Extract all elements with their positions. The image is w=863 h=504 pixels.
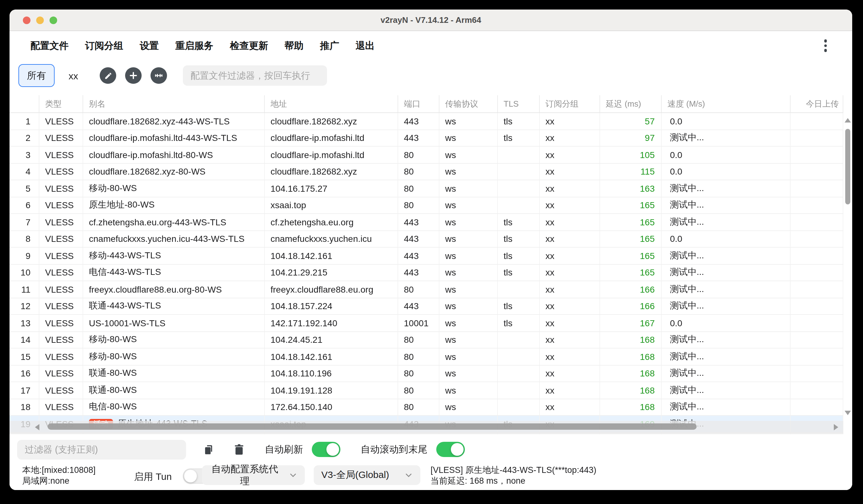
auto-refresh-toggle[interactable] — [312, 442, 340, 457]
delete-button[interactable] — [234, 443, 245, 455]
table-row[interactable]: 1VLESScloudflare.182682.xyz-443-WS-TLScl… — [10, 113, 843, 130]
cell-type: VLESS — [39, 365, 83, 381]
table-row[interactable]: 10VLESS电信-443-WS-TLS104.21.29.215443wstl… — [10, 264, 843, 281]
kebab-menu-icon[interactable] — [818, 38, 833, 53]
zoom-window-button[interactable] — [50, 16, 57, 24]
cell-num: 10 — [10, 264, 39, 280]
cell-type: VLESS — [39, 180, 83, 197]
routing-dropdown[interactable]: V3-全局(Global) — [314, 465, 421, 485]
scroll-up-icon[interactable] — [845, 118, 851, 123]
edit-group-button[interactable] — [100, 67, 116, 84]
cell-port: 443 — [398, 214, 439, 230]
column-header-rownum[interactable] — [10, 95, 39, 112]
scroll-left-icon[interactable] — [35, 424, 39, 430]
table-row[interactable]: 14VLESS移动-80-WS104.24.45.2180wsxx168测试中.… — [10, 332, 843, 349]
scroll-down-icon[interactable] — [845, 411, 851, 415]
column-header-7[interactable]: 订阅分组 — [540, 95, 600, 112]
tab-group-xx[interactable]: xx — [68, 70, 78, 81]
cell-port: 443 — [398, 113, 439, 129]
menu-item-3[interactable]: 设置 — [140, 40, 159, 52]
copy-button[interactable] — [203, 443, 215, 455]
cell-tls — [498, 332, 540, 348]
column-header-2[interactable]: 别名 — [83, 95, 265, 112]
cell-net: ws — [439, 349, 498, 365]
menu-item-7[interactable]: 推广 — [320, 40, 339, 52]
cell-alias: 移动-443-WS-TLS — [83, 248, 265, 264]
column-header-8[interactable]: 延迟 (ms) — [600, 95, 662, 112]
vertical-scrollbar-thumb[interactable] — [845, 129, 850, 204]
cell-alias: 联通-80-WS — [83, 382, 265, 398]
cell-tls: tls — [498, 298, 540, 314]
cell-speed: 测试中... — [662, 298, 791, 314]
menu-item-8[interactable]: 退出 — [355, 40, 375, 52]
column-header-4[interactable]: 端口 — [398, 95, 439, 112]
table-row[interactable]: 13VLESSUS-10001-WS-TLS142.171.192.140100… — [10, 315, 843, 332]
menu-bar: 配置文件订阅分组设置重启服务检查更新帮助推广退出 — [10, 31, 852, 60]
column-header-9[interactable]: 速度 (M/s) — [662, 95, 791, 112]
table-row[interactable]: 12VLESS联通-443-WS-TLS104.18.157.224443wst… — [10, 298, 843, 315]
tab-all[interactable]: 所有 — [18, 64, 54, 87]
cell-net: ws — [439, 214, 498, 230]
cell-delay: 165 — [600, 214, 662, 230]
horizontal-scrollbar-thumb[interactable] — [48, 424, 697, 430]
table-row[interactable]: 3VLESScloudflare-ip.mofashi.ltd-80-WSclo… — [10, 147, 843, 163]
active-node-info: [VLESS] 原生地址-443-WS-TLS(***top:443) 当前延迟… — [430, 465, 596, 486]
table-row[interactable]: 8VLESScnamefuckxxs.yuchen.icu-443-WS-TLS… — [10, 231, 843, 248]
cell-port: 443 — [398, 130, 439, 146]
table-row[interactable]: 16VLESS联通-80-WS104.18.110.19680wsxx168测试… — [10, 365, 843, 382]
column-header-5[interactable]: 传输协议 — [439, 95, 498, 112]
cell-num: 8 — [10, 231, 39, 247]
current-delay-text: 当前延迟: 168 ms，none — [430, 476, 596, 486]
column-header-10[interactable]: 今日上传 — [791, 95, 843, 112]
cell-tls: tls — [498, 231, 540, 247]
cell-speed: 0.0 — [662, 113, 791, 129]
chevron-down-icon — [404, 471, 413, 479]
cell-addr: 104.21.29.215 — [265, 264, 398, 280]
cell-net: ws — [439, 231, 498, 247]
column-header-3[interactable]: 地址 — [265, 95, 398, 112]
cell-delay: 167 — [600, 315, 662, 331]
system-proxy-value: 自动配置系统代理 — [210, 463, 280, 487]
menu-item-1[interactable]: 配置文件 — [30, 40, 68, 52]
column-header-6[interactable]: TLS — [498, 95, 540, 112]
table-row[interactable]: 5VLESS移动-80-WS104.16.175.2780wsxx163测试中.… — [10, 180, 843, 197]
cell-addr: cloudflare-ip.mofashi.ltd — [265, 147, 398, 163]
cell-num: 2 — [10, 130, 39, 146]
close-window-button[interactable] — [23, 16, 30, 24]
horizontal-scrollbar[interactable] — [10, 421, 843, 434]
vertical-scrollbar[interactable] — [843, 95, 852, 434]
table-row[interactable]: 4VLESScloudflare.182682.xyz-80-WScloudfl… — [10, 163, 843, 180]
auto-scroll-toggle[interactable] — [436, 442, 465, 457]
profile-filter-input[interactable] — [183, 65, 327, 86]
table-row[interactable]: 11VLESSfreeyx.cloudflare88.eu.org-80-WSf… — [10, 281, 843, 298]
scroll-right-icon[interactable] — [834, 424, 838, 430]
cell-port: 80 — [398, 332, 439, 348]
menu-item-5[interactable]: 检查更新 — [230, 40, 268, 52]
cell-net: ws — [439, 298, 498, 314]
table-row[interactable]: 18VLESS电信-80-WS172.64.150.14080wsxx168测试… — [10, 399, 843, 416]
regex-filter-input[interactable] — [17, 440, 186, 459]
add-group-button[interactable] — [125, 67, 142, 84]
menu-item-2[interactable]: 订阅分组 — [85, 40, 123, 52]
table-row[interactable]: 2VLESScloudflare-ip.mofashi.ltd-443-WS-T… — [10, 130, 843, 147]
menu-item-6[interactable]: 帮助 — [285, 40, 303, 52]
cell-port: 80 — [398, 281, 439, 298]
cell-port: 80 — [398, 365, 439, 381]
cell-num: 18 — [10, 399, 39, 415]
menu-item-4[interactable]: 重启服务 — [175, 40, 213, 52]
cell-net: ws — [439, 197, 498, 213]
table-row[interactable]: 17VLESS联通-80-WS104.19.191.12880wsxx168测试… — [10, 382, 843, 399]
table-body: 1VLESScloudflare.182682.xyz-443-WS-TLScl… — [10, 113, 852, 434]
table-row[interactable]: 15VLESS移动-80-WS104.18.142.16180wsxx168测试… — [10, 349, 843, 365]
cell-type: VLESS — [39, 382, 83, 398]
table-row[interactable]: 9VLESS移动-443-WS-TLS104.18.142.161443wstl… — [10, 248, 843, 264]
minimize-window-button[interactable] — [36, 16, 44, 24]
table-row[interactable]: 6VLESS原生地址-80-WSxsaai.top80wsxx165测试中... — [10, 197, 843, 214]
sort-groups-button[interactable] — [150, 67, 167, 84]
column-header-1[interactable]: 类型 — [39, 95, 83, 112]
cell-addr: 104.16.175.27 — [265, 180, 398, 197]
table-row[interactable]: 7VLESScf.zhetengsha.eu.org-443-WS-TLScf.… — [10, 214, 843, 231]
cell-speed: 0.0 — [662, 163, 791, 180]
cell-delay: 163 — [600, 180, 662, 197]
system-proxy-dropdown[interactable]: 自动配置系统代理 — [202, 465, 305, 485]
